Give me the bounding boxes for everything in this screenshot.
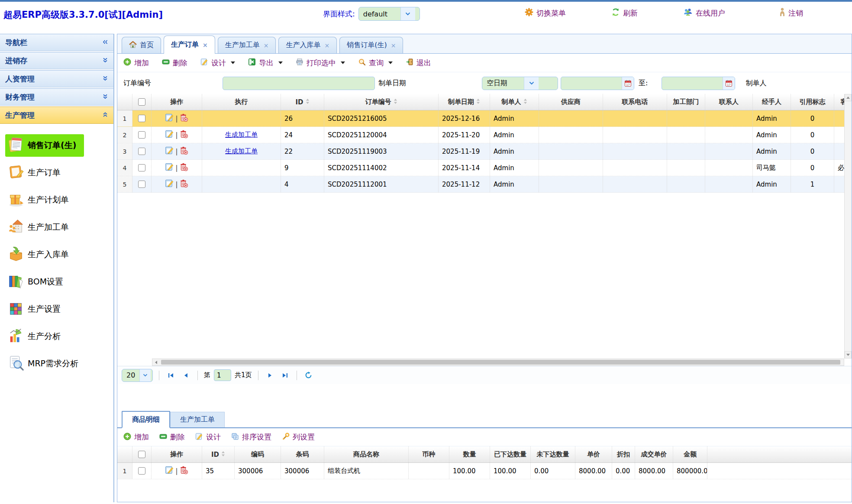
detail-design-button[interactable]: 设计: [195, 432, 221, 442]
page-size-select[interactable]: 20: [122, 369, 153, 382]
generate-processing-order-link[interactable]: 生成加工单: [225, 131, 258, 139]
select-all-checkbox[interactable]: [138, 451, 145, 458]
close-icon[interactable]: ×: [324, 42, 329, 49]
sort-icon[interactable]: [306, 98, 310, 106]
dropdown-caret-icon[interactable]: [341, 61, 345, 64]
row-checkbox[interactable]: [138, 131, 145, 139]
row-checkbox[interactable]: [138, 164, 145, 171]
sidebar-item-production-settings[interactable]: 生产设置: [5, 295, 113, 323]
date-from-input[interactable]: [561, 77, 622, 90]
trash-row-icon[interactable]: [179, 113, 188, 124]
calendar-icon[interactable]: 17: [622, 77, 634, 90]
tab-detail-processing-order[interactable]: 生产加工单: [170, 412, 225, 427]
tab-production-order[interactable]: 生产订单 ×: [164, 36, 215, 54]
tab-warehouse-in[interactable]: 生产入库单 ×: [278, 37, 337, 53]
print-selected-button[interactable]: 打印选中: [296, 58, 345, 68]
sidebar-section-finance[interactable]: 财务管理: [0, 88, 113, 106]
sort-icon[interactable]: [476, 98, 480, 106]
row-checkbox[interactable]: [138, 148, 145, 155]
sidebar-item-processing-order[interactable]: 生产加工单: [5, 213, 113, 241]
sidebar-item-warehouse-in[interactable]: 生产入库单: [5, 241, 113, 268]
table-row[interactable]: 1 | 26 SCD20251216005 2025-12-16 Admin A…: [117, 110, 844, 127]
sidebar-item-production-plan[interactable]: 生产计划单: [5, 186, 113, 213]
ui-style-select[interactable]: default: [358, 7, 420, 21]
sidebar-item-mrp-analysis[interactable]: MRP需求分析: [5, 350, 113, 377]
last-page-button[interactable]: [279, 370, 290, 381]
dropdown-caret-icon[interactable]: [278, 61, 283, 64]
query-button[interactable]: 查询: [358, 58, 393, 68]
row-checkbox[interactable]: [138, 181, 145, 188]
col-header-id[interactable]: ID: [202, 446, 235, 462]
edit-row-icon[interactable]: [165, 179, 174, 190]
dropdown-caret-icon[interactable]: [388, 61, 393, 64]
horizontal-scrollbar[interactable]: [152, 359, 844, 366]
detail-add-button[interactable]: 增加: [123, 432, 149, 442]
edit-row-icon[interactable]: [165, 146, 174, 157]
tab-processing-order[interactable]: 生产加工单 ×: [218, 37, 276, 53]
add-button[interactable]: 增加: [123, 58, 149, 68]
trash-row-icon[interactable]: [179, 129, 188, 140]
tab-sales-order[interactable]: 销售订单(生) ×: [339, 37, 403, 53]
table-row[interactable]: 4 | 9 SCD20251114002 2025-11-14 Admin 司马…: [117, 160, 844, 176]
sidebar-item-production-order[interactable]: 生产订单: [5, 159, 113, 186]
edit-row-icon[interactable]: [165, 465, 174, 476]
scroll-down-icon[interactable]: [845, 351, 852, 359]
trash-row-icon[interactable]: [179, 146, 188, 157]
close-icon[interactable]: ×: [203, 42, 208, 48]
row-checkbox[interactable]: [138, 467, 145, 475]
page-number-input[interactable]: [214, 369, 231, 381]
sidebar-section-production[interactable]: 生产管理: [0, 107, 113, 124]
first-page-button[interactable]: [165, 370, 177, 381]
sort-icon[interactable]: [394, 98, 397, 106]
scrollbar-thumb[interactable]: [161, 360, 840, 365]
sidebar-section-inventory[interactable]: 进销存: [0, 52, 113, 69]
design-button[interactable]: 设计: [200, 58, 235, 68]
tab-item-details[interactable]: 商品明细: [122, 411, 170, 428]
reload-icon[interactable]: [303, 370, 314, 381]
date-to-input[interactable]: [662, 77, 723, 90]
logout-button[interactable]: 注销: [779, 8, 803, 18]
detail-table-row[interactable]: 1 | 35 300006 300006 组装台式机 100.00 100.00…: [117, 463, 852, 479]
refresh-button[interactable]: 刷新: [611, 8, 638, 18]
col-header-order-no[interactable]: 订单编号: [324, 94, 439, 110]
trash-row-icon[interactable]: [179, 162, 188, 173]
dropdown-caret-icon[interactable]: [231, 61, 235, 64]
edit-row-icon[interactable]: [165, 113, 174, 124]
vertical-scrollbar[interactable]: [844, 94, 852, 359]
sort-icon[interactable]: [523, 98, 527, 106]
table-row[interactable]: 5 | 4 SCD20251112001 2025-11-12 Admin Ad…: [117, 176, 844, 193]
calendar-icon[interactable]: 17: [723, 77, 735, 90]
col-header-id[interactable]: ID: [281, 94, 324, 110]
edit-row-icon[interactable]: [165, 129, 174, 140]
delete-button[interactable]: 删除: [162, 58, 187, 68]
order-no-input[interactable]: [223, 77, 375, 90]
edit-row-icon[interactable]: [165, 162, 174, 173]
trash-row-icon[interactable]: [179, 179, 188, 190]
generate-processing-order-link[interactable]: 生成加工单: [225, 147, 258, 155]
prev-page-button[interactable]: [180, 370, 191, 381]
sidebar-item-production-analysis[interactable]: 生产分析: [5, 323, 113, 350]
table-row[interactable]: 3 | 生成加工单 22 SCD20251119003 2025-11-19 A…: [117, 143, 844, 160]
col-header-date[interactable]: 制单日期: [439, 94, 490, 110]
tab-home[interactable]: 首页: [122, 37, 161, 53]
switch-menu-button[interactable]: 切换菜单: [525, 8, 566, 18]
scroll-left-icon[interactable]: [152, 359, 159, 365]
sort-icon[interactable]: [221, 451, 225, 459]
detail-delete-button[interactable]: 删除: [159, 432, 185, 442]
next-page-button[interactable]: [265, 370, 276, 381]
table-row[interactable]: 2 | 生成加工单 24 SCD20251120004 2025-11-20 A…: [117, 127, 844, 143]
export-button[interactable]: 导出: [248, 58, 283, 68]
empty-date-select[interactable]: 空日期: [482, 77, 558, 90]
sidebar-nav-title[interactable]: 导航栏: [0, 34, 113, 51]
close-icon[interactable]: ×: [264, 42, 269, 49]
sidebar-item-sales-order[interactable]: 销售订单(生): [5, 132, 113, 159]
sort-settings-button[interactable]: 排序设置: [231, 432, 271, 442]
select-all-checkbox[interactable]: [138, 98, 145, 106]
exit-button[interactable]: 退出: [406, 58, 431, 68]
col-header-maker[interactable]: 制单人: [490, 94, 539, 110]
close-icon[interactable]: ×: [391, 42, 396, 49]
scroll-up-icon[interactable]: [845, 94, 852, 101]
sidebar-item-bom-settings[interactable]: BOM设置: [5, 268, 113, 295]
trash-row-icon[interactable]: [179, 465, 188, 476]
row-checkbox[interactable]: [138, 115, 145, 122]
